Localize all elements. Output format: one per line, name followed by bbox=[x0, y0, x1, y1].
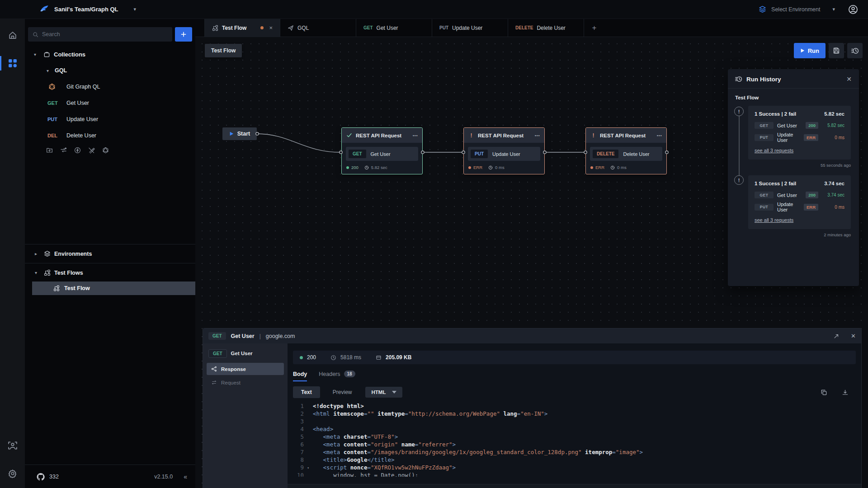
view-mode-text[interactable]: Text bbox=[293, 386, 320, 398]
response-body-code[interactable]: 1<!doctype html>2<html itemscope="" item… bbox=[288, 402, 861, 477]
caret-down-icon[interactable]: ▾ bbox=[35, 270, 37, 275]
status-text: 200 bbox=[351, 165, 359, 170]
folder-add-icon[interactable] bbox=[46, 147, 53, 154]
line-number: 10 bbox=[288, 471, 307, 477]
flow-start-node[interactable]: Start bbox=[222, 127, 257, 140]
tab-label: Body bbox=[293, 371, 307, 377]
search-box[interactable] bbox=[28, 27, 172, 42]
line-number: 7 bbox=[288, 448, 307, 456]
request-time: 3.74 sec bbox=[822, 192, 844, 197]
websocket-icon[interactable] bbox=[88, 147, 95, 154]
request-method-badge: GET bbox=[208, 332, 226, 340]
sidebar-section-test-flows[interactable]: ▾ Test Flows bbox=[25, 263, 195, 282]
collapse-sidebar-button[interactable]: « bbox=[184, 473, 187, 480]
see-all-requests-link[interactable]: see all 3 requests bbox=[755, 217, 793, 223]
fold-caret-icon[interactable]: ▾ bbox=[307, 464, 309, 472]
run-request-row: GETGet User2005.82 sec bbox=[755, 122, 844, 129]
copy-icon[interactable] bbox=[821, 389, 827, 396]
tree-action-row[interactable] bbox=[25, 144, 195, 156]
collections-header[interactable]: ▾ Collections bbox=[25, 46, 195, 62]
nav-request-get-user[interactable]: GETGet User bbox=[207, 347, 284, 360]
tree-item-get-user[interactable]: GETGet User bbox=[25, 95, 195, 111]
unsaved-dot bbox=[260, 26, 264, 29]
response-tab-body[interactable]: Body bbox=[293, 371, 307, 381]
response-tabs: BodyHeaders18 bbox=[293, 371, 856, 381]
tab-test-flow[interactable]: Test Flow× bbox=[204, 19, 280, 37]
run-button[interactable]: Run bbox=[794, 43, 826, 58]
run-timestamp: 55 seconds ago bbox=[748, 163, 851, 168]
language-dropdown[interactable]: HTML bbox=[365, 387, 402, 398]
caret-right-icon[interactable]: ▸ bbox=[35, 251, 37, 256]
tab-gql[interactable]: GQL bbox=[280, 19, 356, 37]
save-flow-button[interactable] bbox=[829, 43, 844, 58]
sidebar: ▾ Collections ▾GQLGit Graph QLGETGet Use… bbox=[25, 19, 195, 488]
run-card[interactable]: 1 Success | 2 fail5.82 secGETGet User200… bbox=[748, 106, 851, 160]
tab-close-icon[interactable]: × bbox=[269, 24, 273, 31]
download-icon[interactable] bbox=[842, 389, 849, 396]
run-card[interactable]: 1 Success | 2 fail3.74 secGETGet User200… bbox=[748, 175, 851, 229]
add-tab-button[interactable]: + bbox=[584, 19, 605, 37]
node-request-chip[interactable]: DELETEDelete User bbox=[590, 147, 662, 161]
node-footer: 2005.82 sec bbox=[342, 164, 422, 174]
node-menu-icon[interactable]: ●●● bbox=[534, 134, 540, 137]
method-chip: GET bbox=[755, 192, 774, 198]
tab-get-user[interactable]: GETGet User bbox=[356, 19, 432, 37]
run-request-list: GETGet User2005.82 secPUTUpdate UserERR0… bbox=[755, 122, 844, 143]
settings-gear-icon bbox=[8, 469, 17, 478]
avatar[interactable] bbox=[848, 5, 858, 14]
socket-icon[interactable] bbox=[74, 147, 81, 154]
flow-node-update-user[interactable]: !REST API Request●●●PUTUpdate UserERR0 m… bbox=[463, 127, 545, 174]
node-body: DELETEDelete User bbox=[586, 143, 666, 164]
add-collection-button[interactable] bbox=[175, 27, 192, 42]
expand-panel-icon[interactable] bbox=[833, 333, 840, 339]
tab-bar: Test Flow×GQLGETGet UserPUTUpdate UserDE… bbox=[195, 19, 868, 37]
caret-down-icon[interactable]: ▾ bbox=[34, 52, 36, 57]
tree-item-git-graph-ql[interactable]: Git Graph QL bbox=[25, 79, 195, 95]
caret-down-icon[interactable]: ▾ bbox=[47, 68, 49, 73]
language-label: HTML bbox=[371, 389, 386, 395]
github-stars-count[interactable]: 332 bbox=[49, 474, 59, 480]
run-history-button[interactable] bbox=[847, 43, 863, 58]
method-label: PUT bbox=[47, 117, 66, 122]
response-panel-header[interactable]: GET Get User | google.com ✕ bbox=[203, 328, 861, 343]
test-flows-label: Test Flows bbox=[54, 270, 83, 276]
run-request-row: PUTUpdate UserERR0 ms bbox=[755, 202, 844, 212]
node-request-chip[interactable]: GETGet User bbox=[346, 147, 418, 161]
collections-nav-button[interactable] bbox=[0, 55, 25, 71]
home-icon bbox=[8, 31, 17, 40]
tab-update-user[interactable]: PUTUpdate User bbox=[432, 19, 508, 37]
flow-node-get-user[interactable]: REST API Request●●●GETGet User2005.82 se… bbox=[341, 127, 423, 174]
graphql-small-icon[interactable] bbox=[102, 147, 109, 154]
import-icon[interactable] bbox=[60, 147, 67, 154]
nav-item-response[interactable]: Response bbox=[207, 363, 284, 375]
run-history-flow-name: Test Flow bbox=[728, 89, 859, 102]
run-history-close-icon[interactable]: ✕ bbox=[846, 75, 852, 83]
environment-chevron-icon[interactable]: ▾ bbox=[832, 6, 835, 12]
flow-node-delete-user[interactable]: !REST API Request●●●DELETEDelete UserERR… bbox=[585, 127, 667, 174]
sidebar-section-environments[interactable]: ▸ Environments bbox=[25, 244, 195, 263]
workspace-name[interactable]: Sanil's Team/Graph QL bbox=[54, 6, 118, 13]
home-button[interactable] bbox=[0, 27, 25, 43]
sidebar-item-test-flow[interactable]: Test Flow bbox=[32, 282, 195, 295]
settings-button[interactable] bbox=[0, 465, 25, 482]
workspace-chevron-icon[interactable]: ▾ bbox=[134, 6, 137, 12]
node-menu-icon[interactable]: ●●● bbox=[412, 134, 418, 137]
select-environment[interactable]: Select Environment bbox=[771, 6, 820, 13]
code-text: <meta content="/images/branding/googleg/… bbox=[307, 448, 643, 456]
github-icon[interactable] bbox=[37, 473, 45, 481]
community-button[interactable] bbox=[0, 437, 25, 454]
node-request-chip[interactable]: PUTUpdate User bbox=[468, 147, 540, 161]
flow-icon bbox=[53, 285, 60, 291]
close-panel-icon[interactable]: ✕ bbox=[851, 333, 856, 339]
see-all-requests-link[interactable]: see all 3 requests bbox=[755, 148, 793, 153]
code-text: <head> bbox=[307, 425, 333, 433]
tree-folder-gql[interactable]: ▾GQL bbox=[25, 62, 195, 79]
tab-delete-user[interactable]: DELETEDelete User bbox=[508, 19, 584, 37]
tree-item-update-user[interactable]: PUTUpdate User bbox=[25, 111, 195, 127]
node-menu-icon[interactable]: ●●● bbox=[656, 134, 662, 137]
tree-item-delete-user[interactable]: DELDelete User bbox=[25, 127, 195, 144]
nav-item-request[interactable]: Request bbox=[207, 376, 284, 389]
search-input[interactable] bbox=[42, 31, 168, 38]
view-mode-preview[interactable]: Preview bbox=[326, 386, 359, 398]
response-tab-headers[interactable]: Headers18 bbox=[319, 371, 355, 381]
